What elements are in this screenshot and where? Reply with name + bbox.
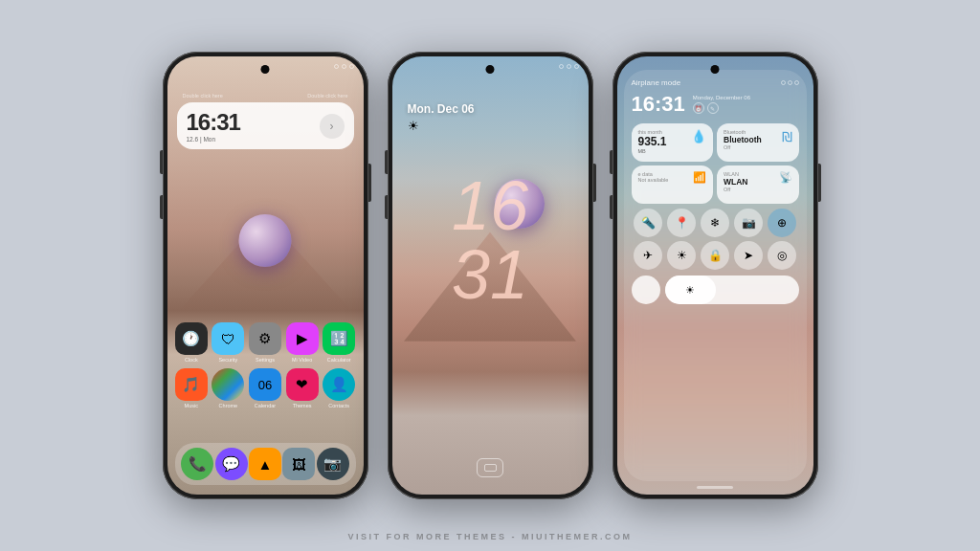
- cc-tiles-row1: this month 935.1 MB 💧 Blue: [632, 123, 799, 162]
- lock-date: Mon. Dec 06: [408, 102, 475, 116]
- cc-btn-share[interactable]: ➤: [734, 241, 763, 270]
- app-calendar-label: Calendar: [255, 403, 276, 408]
- cc-data-unit: MB: [638, 148, 667, 154]
- cc-tiles-row2: e data Not available 📶 WLAN: [632, 165, 799, 204]
- dock-phone[interactable]: 📞: [181, 448, 213, 480]
- sphere-decoration: [239, 214, 292, 267]
- cc-quick-row1: 🔦 📍 ❄ 📷 ⊕: [632, 209, 799, 237]
- app-row-2: 🎵 Music Chrome 06 Calendar ❤ Themes: [173, 368, 358, 408]
- camera-punch-hole: [261, 65, 270, 74]
- cc-data-value: 935.1: [638, 135, 667, 148]
- app-calculator-label: Calculator: [327, 357, 351, 363]
- lock-weather-icon: ☀: [408, 119, 475, 133]
- app-chrome-label: Chrome: [219, 403, 238, 408]
- main-container: Double click here Double click here 16:3…: [0, 0, 980, 551]
- cc-time-area: 16:31 Monday, December 06 ⏰ ✎: [632, 92, 799, 117]
- dock-camera[interactable]: 📷: [317, 448, 349, 480]
- water-icon: 💧: [691, 129, 706, 143]
- app-security[interactable]: 🛡 Security: [212, 322, 244, 363]
- cc-quick-row2: ✈ ☀ 🔒 ➤ ◎: [632, 241, 799, 270]
- phone-2: Mon. Dec 06 ☀ 16 31: [388, 52, 593, 499]
- app-settings[interactable]: ⚙ Settings: [249, 322, 281, 363]
- cc-header-icons: [781, 80, 799, 85]
- app-row-1: 🕐 Clock 🛡 Security ⚙ Settings ▶ Mi Video: [173, 322, 358, 363]
- signal-icon: 📶: [693, 171, 706, 184]
- cc-brightness-row: ☀: [632, 276, 799, 304]
- nav-home-button[interactable]: [477, 458, 503, 477]
- camera-punch-hole-2: [486, 65, 495, 74]
- cc-btn-nfc[interactable]: ❄: [701, 209, 729, 237]
- phone-3: Airplane mode 16:31 Monday, December 06: [612, 52, 818, 499]
- cc-btn-camera[interactable]: 📷: [734, 209, 763, 237]
- cc-wlan-sub: Off: [724, 187, 748, 192]
- app-clock[interactable]: 🕐 Clock: [175, 322, 208, 363]
- app-contacts-label: Contacts: [328, 403, 349, 408]
- phone3-home-indicator: [697, 486, 733, 489]
- phone3-screen: Airplane mode 16:31 Monday, December 06: [617, 56, 813, 495]
- phone-1: Double click here Double click here 16:3…: [163, 52, 368, 499]
- cc-btn-rotate[interactable]: ☀: [667, 241, 696, 270]
- brightness-fill: ☀: [665, 276, 716, 304]
- app-mivideo[interactable]: ▶ Mi Video: [286, 322, 319, 363]
- status-bar-icons: [334, 64, 354, 69]
- app-music-label: Music: [185, 403, 198, 408]
- clock-time: 16:31: [187, 109, 240, 136]
- cc-airplane-mode: Airplane mode: [632, 78, 681, 87]
- double-click-hints: Double click here Double click here: [167, 93, 364, 99]
- cc-wlan-tile[interactable]: WLAN WLAN Off 📡: [717, 165, 799, 204]
- cc-btn-lock[interactable]: 🔒: [701, 241, 729, 270]
- cc-header: Airplane mode: [632, 78, 799, 87]
- brightness-slider[interactable]: ☀: [665, 276, 799, 304]
- lock-date-area: Mon. Dec 06 ☀: [408, 102, 475, 133]
- app-settings-label: Settings: [256, 357, 275, 363]
- hint-left: Double click here: [183, 93, 223, 99]
- cc-time: 16:31: [632, 92, 685, 117]
- clock-info: 12.6 | Mon: [187, 136, 240, 143]
- dock-appstore[interactable]: ▲: [249, 448, 281, 480]
- cc-btn-extra[interactable]: ⊕: [768, 209, 796, 237]
- dock-chat[interactable]: 💬: [215, 448, 248, 480]
- app-calendar[interactable]: 06 Calendar: [249, 368, 281, 408]
- clock-widget[interactable]: 16:31 12.6 | Mon ›: [177, 102, 354, 149]
- cc-mobile-sub: Not available: [638, 177, 669, 183]
- lock-time-16: 16: [452, 171, 528, 240]
- clock-arrow-btn[interactable]: ›: [320, 114, 345, 139]
- app-contacts[interactable]: 👤 Contacts: [323, 368, 355, 408]
- cc-data-tile[interactable]: this month 935.1 MB 💧: [632, 123, 714, 162]
- app-calculator[interactable]: 🔢 Calculator: [323, 322, 355, 363]
- hint-right: Double click here: [307, 93, 347, 99]
- cc-date: Monday, December 06: [693, 95, 750, 100]
- control-center-panel: Airplane mode 16:31 Monday, December 06: [624, 70, 807, 481]
- phone2-status-icons: [559, 64, 579, 69]
- app-themes-label: Themes: [293, 403, 312, 408]
- dock: 📞 💬 ▲ 🖼 📷: [175, 443, 356, 485]
- lock-time-31: 31: [452, 240, 528, 309]
- bluetooth-icon: ₪: [782, 129, 792, 144]
- cc-btn-empty[interactable]: ◎: [768, 241, 796, 270]
- phone2-screen: Mon. Dec 06 ☀ 16 31: [392, 56, 589, 495]
- cc-wlan-value: WLAN: [724, 177, 748, 187]
- cc-btn-location[interactable]: 📍: [667, 209, 696, 237]
- lock-clock: 16 31: [452, 171, 528, 309]
- watermark-text: VISIT FOR MORE THEMES - MIUITHEMER.COM: [0, 532, 980, 541]
- app-security-label: Security: [218, 357, 237, 363]
- cc-mobile-tile[interactable]: e data Not available 📶: [632, 165, 714, 204]
- phone1-screen: Double click here Double click here 16:3…: [167, 56, 364, 495]
- cc-btn-flashlight[interactable]: 🔦: [634, 209, 662, 237]
- dock-gallery[interactable]: 🖼: [282, 448, 315, 480]
- brightness-circle-btn[interactable]: [632, 276, 660, 304]
- camera-punch-hole-3: [711, 65, 720, 74]
- app-clock-label: Clock: [185, 357, 198, 363]
- app-themes[interactable]: ❤ Themes: [286, 368, 319, 408]
- phones-row: Double click here Double click here 16:3…: [163, 52, 818, 499]
- app-mivideo-label: Mi Video: [292, 357, 312, 363]
- sun-icon: ☀: [685, 284, 695, 297]
- cc-btn-airplane[interactable]: ✈: [634, 241, 662, 270]
- wifi-icon: 📡: [779, 171, 792, 184]
- cc-time-right: Monday, December 06 ⏰ ✎: [693, 95, 750, 114]
- app-music[interactable]: 🎵 Music: [175, 368, 208, 408]
- cc-bt-sub: Off: [724, 144, 762, 150]
- cc-bluetooth-tile[interactable]: Bluetooth Bluetooth Off ₪: [717, 123, 799, 162]
- app-chrome[interactable]: Chrome: [212, 368, 244, 408]
- cc-bt-value: Bluetooth: [724, 135, 762, 144]
